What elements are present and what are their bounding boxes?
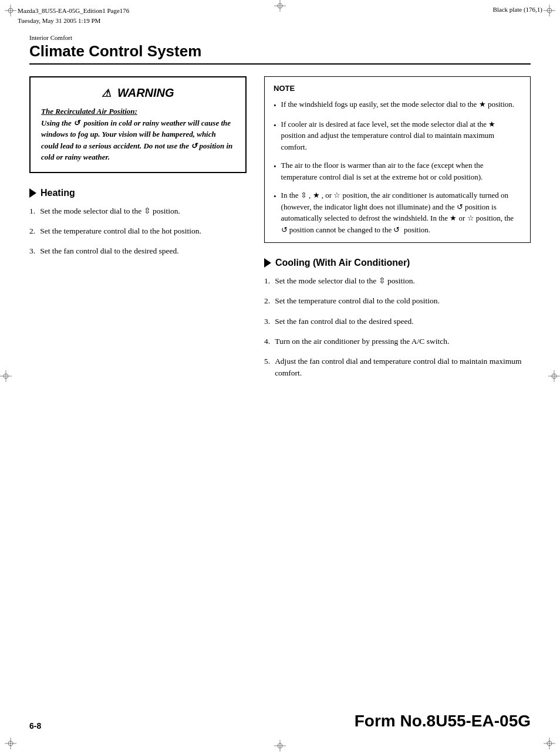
warning-title: ⚠ WARNING (41, 86, 235, 100)
heading-triangle-icon (29, 188, 36, 198)
note-title: NOTE (274, 84, 521, 93)
note-bullets-list: • If the windshield fogs up easily, set … (274, 99, 521, 235)
reg-mark-bottom-left (5, 738, 16, 749)
bullet-icon: • (274, 161, 276, 182)
list-item: 3. Set the fan control dial to the desir… (264, 316, 531, 327)
reg-mark-top-right (544, 5, 555, 16)
cooling-steps-list: 1. Set the mode selector dial to the ⇳ p… (264, 275, 531, 380)
reg-mark-top-center (274, 0, 286, 14)
list-item: • The air to the floor is warmer than ai… (274, 160, 521, 182)
header-left: Mazda3_8U55-EA-05G_Edition1 Page176 Tues… (18, 6, 129, 25)
cooling-heading: Cooling (With Air Conditioner) (264, 258, 531, 268)
reg-mark-top-left (5, 5, 16, 16)
left-column: ⚠ WARNING The Recirculated Air Position:… (29, 76, 247, 388)
title-divider (29, 63, 531, 65)
header-plate: Black plate (176,1) (492, 6, 542, 13)
reg-mark-left-center (0, 370, 12, 384)
reg-mark-bottom-center (274, 740, 286, 754)
form-number: Form No.8U55-EA-05G (355, 712, 531, 731)
note-box: NOTE • If the windshield fogs up easily,… (264, 76, 531, 243)
warning-body: The Recirculated Air Position: Using the… (41, 106, 235, 163)
bullet-icon: • (274, 120, 276, 153)
heating-section: Heating 1. Set the mode selector dial to… (29, 188, 247, 258)
bullet-icon: • (274, 100, 276, 111)
list-item: 1. Set the mode selector dial to the ⇳ p… (29, 205, 247, 217)
list-item: 3. Set the fan control dial to the desir… (29, 245, 247, 257)
list-item: 2. Set the temperature control dial to t… (29, 225, 247, 237)
main-content: Interior Comfort Climate Control System … (0, 25, 560, 400)
section-label: Interior Comfort (29, 34, 531, 41)
list-item: 2. Set the temperature control dial to t… (264, 295, 531, 307)
reg-mark-bottom-right (544, 738, 555, 749)
heading-triangle-icon (264, 258, 271, 268)
header-filename: Mazda3_8U55-EA-05G_Edition1 Page176 (18, 6, 129, 16)
list-item: • In the ⇳ , ★ , or ☆ position, the air … (274, 190, 521, 235)
bullet-icon: • (274, 191, 276, 235)
warning-box: ⚠ WARNING The Recirculated Air Position:… (29, 76, 247, 173)
warning-subtitle: The Recirculated Air Position: (41, 107, 137, 116)
heating-heading: Heating (29, 188, 247, 198)
page-number: 6-8 (29, 721, 41, 731)
reg-mark-right-center (548, 370, 560, 384)
page-footer: 6-8 Form No.8U55-EA-05G (29, 712, 531, 731)
heating-steps-list: 1. Set the mode selector dial to the ⇳ p… (29, 205, 247, 258)
list-item: 4. Turn on the air conditioner by pressi… (264, 336, 531, 347)
header-date: Tuesday, May 31 2005 1:19 PM (18, 16, 129, 26)
section-title: Climate Control System (29, 42, 531, 60)
list-item: • If the windshield fogs up easily, set … (274, 99, 521, 111)
list-item: • If cooler air is desired at face level… (274, 119, 521, 153)
list-item: 5. Adjust the fan control dial and tempe… (264, 356, 531, 380)
page-wrapper: Mazda3_8U55-EA-05G_Edition1 Page176 Tues… (0, 0, 560, 754)
cooling-section: Cooling (With Air Conditioner) 1. Set th… (264, 258, 531, 380)
two-column-layout: ⚠ WARNING The Recirculated Air Position:… (29, 76, 531, 388)
list-item: 1. Set the mode selector dial to the ⇳ p… (264, 275, 531, 287)
warning-triangle-icon: ⚠ (102, 87, 111, 100)
right-column: NOTE • If the windshield fogs up easily,… (264, 76, 531, 388)
